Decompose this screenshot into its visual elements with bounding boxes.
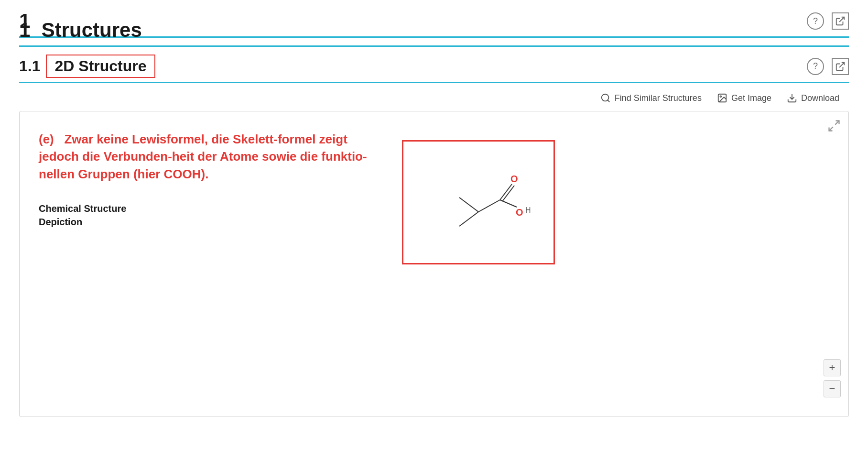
find-similar-button[interactable]: Find Similar Structures <box>600 93 702 103</box>
search-icon <box>600 93 611 103</box>
download-icon <box>787 93 797 103</box>
section-title-text: 1 Structures <box>19 19 142 41</box>
svg-line-14 <box>500 200 517 207</box>
svg-line-3 <box>608 100 609 102</box>
svg-line-8 <box>829 127 833 131</box>
svg-point-5 <box>720 96 721 97</box>
subsection-help-button[interactable]: ? <box>807 58 824 75</box>
svg-point-2 <box>602 94 609 101</box>
chemical-structure-box: O O H <box>402 140 555 264</box>
image-icon <box>717 93 727 103</box>
content-card: (e) Zwar keine Lewisformel, die Skelett-… <box>19 111 849 417</box>
svg-line-12 <box>500 184 512 200</box>
subsection-title: 2D Structure <box>54 57 146 75</box>
caption-label: Chemical Structure Depiction <box>39 202 373 229</box>
svg-line-0 <box>839 17 844 22</box>
card-expand-button[interactable] <box>827 119 841 134</box>
card-content: (e) Zwar keine Lewisformel, die Skelett-… <box>39 131 829 264</box>
svg-line-13 <box>502 186 514 201</box>
subsection-external-link-button[interactable] <box>832 58 849 75</box>
subsection-number: 1.1 <box>19 57 40 75</box>
download-label: Download <box>801 93 839 103</box>
svg-line-9 <box>459 212 478 226</box>
zoom-out-button[interactable]: − <box>824 380 841 397</box>
chemical-structure-svg: O O H <box>412 150 545 255</box>
svg-line-1 <box>839 62 844 67</box>
section-help-button[interactable]: ? <box>807 12 824 30</box>
zoom-in-button[interactable]: + <box>824 359 841 376</box>
get-image-button[interactable]: Get Image <box>717 93 771 103</box>
zoom-controls: + − <box>824 359 841 397</box>
caption-line1: Chemical Structure <box>39 202 373 215</box>
svg-text:O: O <box>516 207 523 218</box>
annotation-body: Zwar keine Lewisformel, die Skelett-form… <box>39 132 367 181</box>
section-header-icons: ? <box>807 12 849 30</box>
svg-text:H: H <box>525 206 531 214</box>
subsection-title-box: 2D Structure <box>46 55 155 78</box>
toolbar: Find Similar Structures Get Image Downlo… <box>19 93 849 103</box>
download-button[interactable]: Download <box>787 93 839 103</box>
card-text-area: (e) Zwar keine Lewisformel, die Skelett-… <box>39 131 373 229</box>
annotation-label: (e) <box>39 132 54 146</box>
svg-line-10 <box>459 198 478 212</box>
subsection-header-icons: ? <box>807 58 849 75</box>
caption-line2: Depiction <box>39 215 373 229</box>
find-similar-label: Find Similar Structures <box>615 93 702 103</box>
annotation-text: (e) Zwar keine Lewisformel, die Skelett-… <box>39 131 373 183</box>
svg-line-11 <box>478 200 500 212</box>
subsection-1-1-header: 1.1 2D Structure ? <box>19 55 849 83</box>
svg-text:O: O <box>510 174 518 184</box>
section-external-link-button[interactable] <box>832 12 849 30</box>
get-image-label: Get Image <box>731 93 771 103</box>
svg-line-7 <box>835 121 839 125</box>
